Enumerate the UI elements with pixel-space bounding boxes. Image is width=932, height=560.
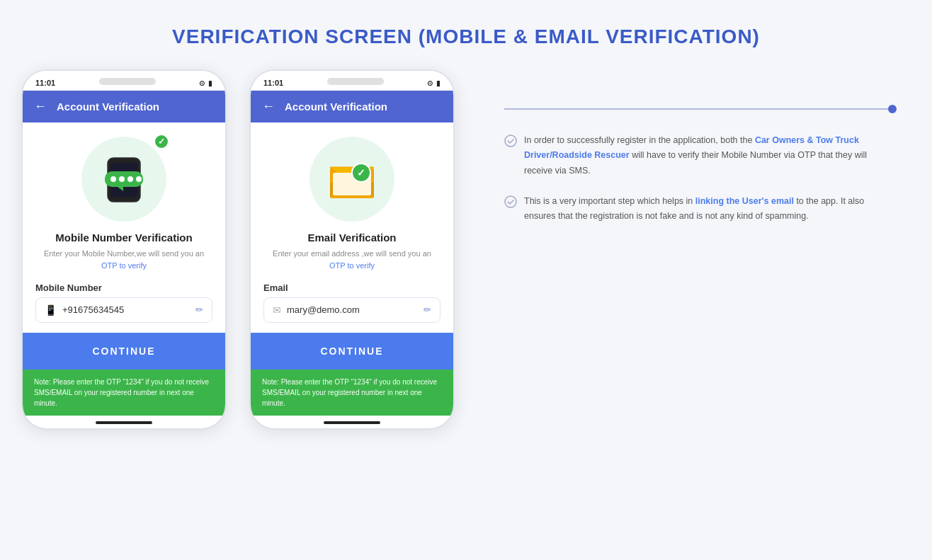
phone2-field-label: Email	[263, 282, 288, 293]
info-check-2-icon	[504, 195, 517, 211]
phone2-body: ✓ Email Verification Enter your email ad…	[251, 122, 453, 370]
info-text-2: This is a very important step which help…	[524, 194, 897, 224]
phone2-header-title: Account Verification	[285, 101, 387, 113]
svg-point-7	[136, 176, 142, 182]
phone1-input-value: +91675634545	[62, 304, 190, 315]
page-title: VERIFICATION SCREEN (MOBILE & EMAIL VERI…	[0, 0, 932, 69]
phone2-input-value: mary@demo.com	[287, 304, 418, 315]
phone1-screen-title: Mobile Number Verification	[55, 232, 192, 244]
connector-line	[504, 108, 889, 110]
phone1-field-label: Mobile Number	[35, 282, 102, 293]
phone1-header: ← Account Verification	[23, 91, 225, 122]
phone1-edit-icon[interactable]: ✏	[195, 304, 203, 315]
phone2-time: 11:01	[263, 79, 283, 87]
phone1-home-indicator	[96, 421, 152, 424]
phone1-continue-button[interactable]: CONTINUE	[23, 333, 225, 370]
phone1-back-button[interactable]: ←	[34, 99, 47, 114]
phone1-status-bar: 11:01 ⊙ ▮	[23, 71, 225, 91]
phone1-wifi-icon: ⊙	[199, 79, 205, 87]
info-panel: In order to successfully register in the…	[483, 69, 911, 239]
phone1-notch	[99, 78, 156, 85]
phone2-screen-title: Email Verification	[307, 232, 396, 244]
phone1-input-row: 📱 +91675634545 ✏	[35, 297, 212, 323]
phone1-note: Note: Please enter the OTP "1234" if you…	[23, 370, 225, 416]
phone2-illustration-svg: ✓	[320, 147, 384, 211]
connector-dot	[888, 105, 897, 113]
phone1-otp-link[interactable]: OTP to verify	[101, 261, 147, 270]
phone1-header-title: Account Verification	[57, 101, 159, 113]
phone2-edit-icon[interactable]: ✏	[424, 304, 431, 315]
phone2-email-icon: ✉	[273, 304, 281, 316]
svg-point-6	[127, 176, 133, 182]
phone2-description: Enter your email address ,we will send y…	[273, 248, 431, 260]
info-check-1-icon	[504, 135, 517, 150]
phone2-back-button[interactable]: ←	[262, 99, 275, 114]
phone1-check-badge: ✓	[154, 134, 169, 149]
phone1-description: Enter your Mobile Number,we will send yo…	[44, 248, 204, 260]
svg-point-15	[505, 135, 516, 147]
phone2-header: ← Account Verification	[251, 91, 453, 122]
phone1-illustration: ✓	[81, 137, 166, 222]
svg-point-16	[505, 196, 516, 207]
phone2-otp-link[interactable]: OTP to verify	[329, 261, 375, 270]
phones-container: 11:01 ⊙ ▮ ← Account Verification	[21, 69, 455, 430]
phone2-home-indicator	[324, 421, 380, 424]
phone1-battery-icon: ▮	[208, 79, 212, 87]
phone-email-verification: 11:01 ⊙ ▮ ← Account Verification	[249, 69, 455, 430]
phone2-continue-button[interactable]: CONTINUE	[251, 333, 453, 370]
phone2-status-icons: ⊙ ▮	[427, 79, 441, 87]
svg-text:✓: ✓	[357, 167, 365, 178]
info-highlight-1: Car Owners & Tow Truck Driver/Roadside R…	[524, 135, 859, 160]
phone1-status-icons: ⊙ ▮	[199, 79, 212, 87]
phone2-wifi-icon: ⊙	[427, 79, 433, 87]
info-highlight-2: linking the User's email	[695, 196, 794, 206]
phone1-time: 11:01	[35, 79, 55, 87]
phone2-status-bar: 11:01 ⊙ ▮	[251, 71, 453, 91]
svg-point-4	[110, 176, 116, 182]
connector-row	[504, 105, 897, 113]
svg-point-5	[119, 176, 125, 182]
info-item-2: This is a very important step which help…	[504, 194, 897, 224]
phone2-illustration: ✓	[309, 137, 394, 222]
phone2-input-row: ✉ mary@demo.com ✏	[263, 297, 441, 323]
phone2-notch	[327, 78, 384, 85]
main-content: 11:01 ⊙ ▮ ← Account Verification	[0, 69, 932, 430]
phone2-note: Note: Please enter the OTP "1234" if you…	[251, 370, 453, 416]
info-text-1: In order to successfully register in the…	[524, 133, 897, 178]
phone1-body: ✓ Mobile Number Verification Enter your …	[23, 122, 225, 370]
phone1-illustration-svg	[92, 147, 156, 211]
phone1-mobile-icon: 📱	[45, 304, 57, 316]
phone2-battery-icon: ▮	[436, 79, 441, 87]
info-item-1: In order to successfully register in the…	[504, 133, 897, 178]
phone-mobile-verification: 11:01 ⊙ ▮ ← Account Verification	[21, 69, 227, 430]
